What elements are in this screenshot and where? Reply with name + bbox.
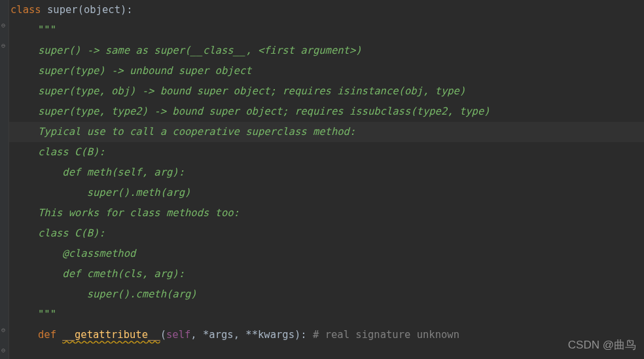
- paren: (: [78, 4, 84, 16]
- docstring-quote: """: [38, 24, 56, 36]
- docstring-text: super(type, obj) -> bound super object; …: [38, 85, 465, 97]
- star: **: [245, 329, 258, 341]
- docstring-text: super(type, type2) -> bound super object…: [38, 105, 490, 117]
- comma: ,: [234, 329, 246, 341]
- fold-icon[interactable]: ⊖: [1, 22, 8, 29]
- class-name: super: [47, 4, 78, 16]
- docstring-text: super(type) -> unbound super object: [38, 65, 252, 77]
- paren-colon: ):: [295, 329, 313, 341]
- docstring-text: super().cmeth(arg): [38, 288, 197, 300]
- fold-icon[interactable]: ⊖: [1, 43, 8, 49]
- code-line[interactable]: super() -> same as super(__class__, <fir…: [9, 41, 644, 61]
- comma: ,: [190, 329, 203, 341]
- code-line[interactable]: def meth(self, arg):: [9, 162, 644, 183]
- docstring-text: class C(B):: [38, 146, 105, 158]
- base-class: object: [84, 4, 120, 16]
- code-line[interactable]: super().cmeth(arg): [9, 284, 644, 305]
- docstring-text: Typical use to call a cooperative superc…: [38, 126, 355, 138]
- watermark: CSDN @曲鸟: [568, 337, 636, 352]
- code-line[interactable]: super(type) -> unbound super object: [9, 61, 644, 81]
- docstring-text: class C(B):: [38, 227, 105, 239]
- code-line[interactable]: super(type, obj) -> bound super object; …: [9, 81, 644, 102]
- param-self: self: [166, 329, 190, 341]
- code-line[interactable]: This works for class methods too:: [9, 203, 644, 223]
- method-name: __getattribute__: [62, 329, 160, 341]
- code-line[interactable]: class C(B):: [9, 142, 644, 162]
- docstring-text: This works for class methods too:: [38, 207, 240, 219]
- code-line[interactable]: class super(object):: [9, 0, 644, 20]
- paren: (: [160, 329, 166, 341]
- keyword-class: class: [10, 4, 47, 16]
- docstring-text: @classmethod: [38, 248, 135, 259]
- docstring-text: super().meth(arg): [38, 187, 190, 198]
- code-line[interactable]: """: [9, 305, 644, 325]
- docstring-text: def cmeth(cls, arg):: [38, 268, 185, 280]
- docstring-text: super() -> same as super(__class__, <fir…: [38, 45, 362, 56]
- code-line[interactable]: @classmethod: [9, 244, 644, 264]
- docstring-text: def meth(self, arg):: [38, 166, 185, 178]
- paren-colon: ):: [120, 4, 133, 16]
- code-line[interactable]: super().meth(arg): [9, 183, 644, 203]
- keyword-def: def: [38, 329, 62, 341]
- param: kwargs: [258, 329, 295, 341]
- code-line[interactable]: class C(B):: [9, 223, 644, 244]
- code-line[interactable]: def cmeth(cls, arg):: [9, 264, 644, 284]
- code-line-current[interactable]: Typical use to call a cooperative superc…: [9, 122, 644, 142]
- editor-gutter: ⊖ ⊖ ⊖ ⊖: [0, 0, 9, 359]
- fold-icon[interactable]: ⊖: [1, 327, 8, 333]
- param: args: [209, 329, 233, 341]
- docstring-quote: """: [38, 309, 56, 320]
- code-editor[interactable]: class super(object): """ super() -> same…: [9, 0, 644, 345]
- code-line[interactable]: def __getattribute__(self, *args, **kwar…: [9, 325, 644, 345]
- code-line[interactable]: """: [9, 20, 644, 41]
- comment: # real signature unknown: [313, 329, 459, 341]
- star: *: [203, 329, 209, 341]
- code-line[interactable]: super(type, type2) -> bound super object…: [9, 102, 644, 122]
- fold-icon[interactable]: ⊖: [1, 347, 8, 354]
